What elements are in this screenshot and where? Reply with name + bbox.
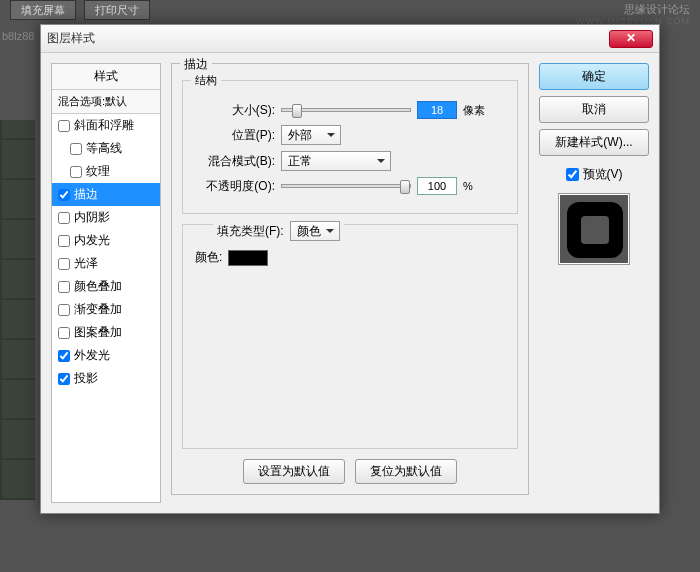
style-label-3: 描边 <box>74 186 98 203</box>
style-checkbox-2[interactable] <box>70 166 82 178</box>
preview-label: 预览(V) <box>583 166 623 183</box>
style-checkbox-3[interactable] <box>58 189 70 201</box>
blend-options-header[interactable]: 混合选项:默认 <box>52 90 160 114</box>
size-slider[interactable] <box>281 108 411 112</box>
style-checkbox-7[interactable] <box>58 281 70 293</box>
blend-mode-label: 混合模式(B): <box>195 153 275 170</box>
style-checkbox-0[interactable] <box>58 120 70 132</box>
style-checkbox-6[interactable] <box>58 258 70 270</box>
bg-corner-text: b8lz88 <box>2 30 34 42</box>
style-item-11[interactable]: 投影 <box>52 367 160 390</box>
style-item-3[interactable]: 描边 <box>52 183 160 206</box>
style-item-10[interactable]: 外发光 <box>52 344 160 367</box>
bg-bricks <box>0 120 35 500</box>
ok-button[interactable]: 确定 <box>539 63 649 90</box>
style-label-1: 等高线 <box>86 140 122 157</box>
layer-style-dialog: 图层样式 ✕ 样式 混合选项:默认 斜面和浮雕等高线纹理描边内阴影内发光光泽颜色… <box>40 24 660 514</box>
bg-print-size-button[interactable]: 打印尺寸 <box>84 0 150 20</box>
right-panel: 确定 取消 新建样式(W)... 预览(V) <box>539 63 649 503</box>
style-checkbox-1[interactable] <box>70 143 82 155</box>
opacity-slider[interactable] <box>281 184 411 188</box>
position-label: 位置(P): <box>195 127 275 144</box>
size-input[interactable] <box>417 101 457 119</box>
dialog-title: 图层样式 <box>47 30 609 47</box>
style-label-9: 图案叠加 <box>74 324 122 341</box>
preview-shape-icon <box>567 202 623 258</box>
style-label-6: 光泽 <box>74 255 98 272</box>
style-label-0: 斜面和浮雕 <box>74 117 134 134</box>
blend-mode-dropdown[interactable]: 正常 <box>281 151 391 171</box>
style-label-2: 纹理 <box>86 163 110 180</box>
color-swatch[interactable] <box>228 250 268 266</box>
group-title-stroke: 描边 <box>180 56 212 73</box>
close-button[interactable]: ✕ <box>609 30 653 48</box>
preview-thumbnail <box>558 193 630 265</box>
style-item-4[interactable]: 内阴影 <box>52 206 160 229</box>
structure-title: 结构 <box>191 73 221 88</box>
style-label-10: 外发光 <box>74 347 110 364</box>
styles-list-panel: 样式 混合选项:默认 斜面和浮雕等高线纹理描边内阴影内发光光泽颜色叠加渐变叠加图… <box>51 63 161 503</box>
size-label: 大小(S): <box>195 102 275 119</box>
style-item-6[interactable]: 光泽 <box>52 252 160 275</box>
style-label-7: 颜色叠加 <box>74 278 122 295</box>
style-label-11: 投影 <box>74 370 98 387</box>
opacity-input[interactable] <box>417 177 457 195</box>
bg-fill-screen-button[interactable]: 填充屏幕 <box>10 0 76 20</box>
fill-type-label: 填充类型(F): <box>217 223 284 240</box>
opacity-unit: % <box>463 180 473 192</box>
style-item-2[interactable]: 纹理 <box>52 160 160 183</box>
size-unit: 像素 <box>463 103 485 118</box>
reset-default-button[interactable]: 复位为默认值 <box>355 459 457 484</box>
cancel-button[interactable]: 取消 <box>539 96 649 123</box>
style-item-7[interactable]: 颜色叠加 <box>52 275 160 298</box>
preview-checkbox-row[interactable]: 预览(V) <box>539 166 649 183</box>
style-checkbox-9[interactable] <box>58 327 70 339</box>
watermark-text: 思缘设计论坛 <box>624 2 690 17</box>
style-item-1[interactable]: 等高线 <box>52 137 160 160</box>
style-item-5[interactable]: 内发光 <box>52 229 160 252</box>
style-checkbox-11[interactable] <box>58 373 70 385</box>
style-label-4: 内阴影 <box>74 209 110 226</box>
color-label: 颜色: <box>195 249 222 266</box>
styles-header[interactable]: 样式 <box>52 64 160 90</box>
position-dropdown[interactable]: 外部 <box>281 125 341 145</box>
set-default-button[interactable]: 设置为默认值 <box>243 459 345 484</box>
new-style-button[interactable]: 新建样式(W)... <box>539 129 649 156</box>
style-checkbox-4[interactable] <box>58 212 70 224</box>
style-item-0[interactable]: 斜面和浮雕 <box>52 114 160 137</box>
style-checkbox-5[interactable] <box>58 235 70 247</box>
style-label-5: 内发光 <box>74 232 110 249</box>
titlebar[interactable]: 图层样式 ✕ <box>41 25 659 53</box>
style-item-9[interactable]: 图案叠加 <box>52 321 160 344</box>
preview-checkbox[interactable] <box>566 168 579 181</box>
style-checkbox-8[interactable] <box>58 304 70 316</box>
style-item-8[interactable]: 渐变叠加 <box>52 298 160 321</box>
style-label-8: 渐变叠加 <box>74 301 122 318</box>
opacity-label: 不透明度(O): <box>195 178 275 195</box>
fill-type-dropdown[interactable]: 颜色 <box>290 221 340 241</box>
settings-panel: 描边 结构 大小(S): 像素 位置(P): 外部 混合模式(B): <box>171 63 529 503</box>
style-checkbox-10[interactable] <box>58 350 70 362</box>
